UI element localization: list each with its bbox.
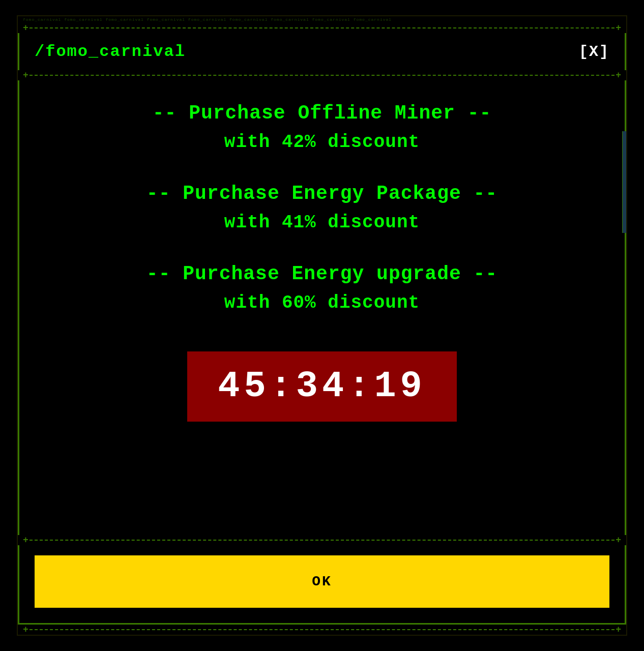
top-bar: /fomo_carnival [X] bbox=[18, 33, 626, 70]
offer-1: -- Purchase Offline Miner -- with 42% di… bbox=[30, 101, 614, 171]
offer-2-discount: with 41% discount bbox=[30, 210, 614, 235]
corner-plus-fbl: + bbox=[23, 625, 28, 635]
offer-2: -- Purchase Energy Package -- with 41% d… bbox=[30, 181, 614, 251]
main-content: -- Purchase Offline Miner -- with 42% di… bbox=[18, 80, 626, 535]
dashed-footer bbox=[30, 629, 614, 630]
corner-plus-bl: + bbox=[23, 535, 28, 545]
bottom-section: OK bbox=[18, 545, 626, 625]
footer-dashed-border: + + bbox=[18, 625, 626, 635]
offer-1-discount: with 42% discount bbox=[30, 130, 614, 155]
dialog-container: fomo_carnival fomo_carnival fomo_carniva… bbox=[17, 15, 627, 636]
offer-1-title: -- Purchase Offline Miner -- bbox=[30, 101, 614, 126]
close-button[interactable]: [X] bbox=[579, 43, 609, 61]
path-label: /fomo_carnival bbox=[35, 42, 186, 61]
corner-plus-tl: + bbox=[23, 23, 28, 33]
ok-button[interactable]: OK bbox=[35, 555, 609, 608]
corner-plus-ml: + bbox=[23, 70, 28, 80]
offer-3-title: -- Purchase Energy upgrade -- bbox=[30, 261, 614, 286]
dashed-mid bbox=[30, 75, 614, 76]
bottom-dashed-border: + + bbox=[18, 535, 626, 545]
corner-plus-mr: + bbox=[616, 70, 621, 80]
dashed-top bbox=[30, 27, 614, 28]
timer-display: 45:34:19 bbox=[218, 366, 426, 407]
offer-3: -- Purchase Energy upgrade -- with 60% d… bbox=[30, 261, 614, 332]
corner-plus-fbr: + bbox=[616, 625, 621, 635]
dashed-bottom bbox=[30, 540, 614, 541]
offer-2-title: -- Purchase Energy Package -- bbox=[30, 181, 614, 206]
scanline-top: fomo_carnival fomo_carnival fomo_carniva… bbox=[18, 16, 626, 23]
timer-container: 45:34:19 bbox=[187, 351, 457, 422]
corner-plus-tr: + bbox=[616, 23, 621, 33]
scroll-indicator bbox=[622, 131, 626, 233]
offer-3-discount: with 60% discount bbox=[30, 290, 614, 316]
corner-plus-br: + bbox=[616, 535, 621, 545]
mid-dashed-border: + + bbox=[18, 70, 626, 80]
top-dashed-border: + + bbox=[18, 23, 626, 33]
